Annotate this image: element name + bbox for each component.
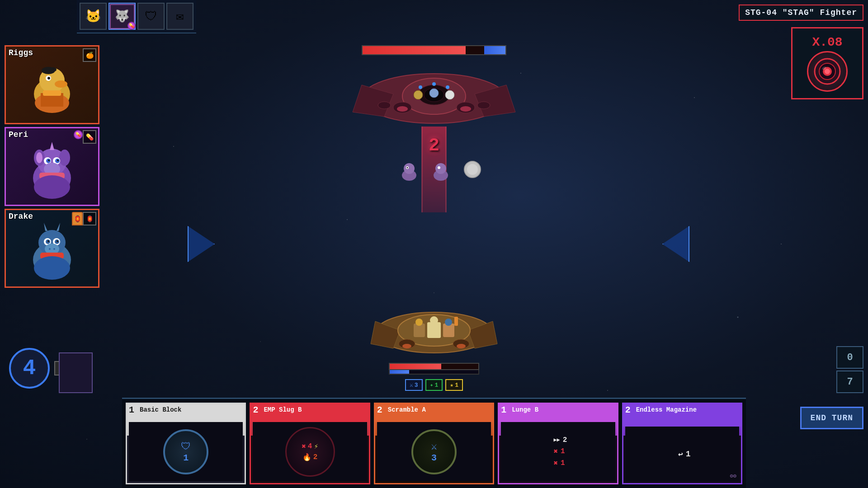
svg-point-39 (57, 240, 58, 242)
svg-point-69 (438, 166, 440, 169)
svg-point-71 (467, 164, 478, 175)
player-buffs: ⚔ 3 ✦ 1 ★ 1 (405, 379, 463, 391)
player-ship-area: ⚔ 3 ✦ 1 ★ 1 (362, 303, 506, 391)
player-health-bar (389, 363, 479, 370)
card-endless-name: Endless Magazine (636, 406, 697, 413)
character-list: Riggs 🍊 Peri (5, 45, 99, 288)
char-tab-wolf[interactable]: 🐺 💊 (108, 3, 136, 30)
svg-point-53 (378, 102, 391, 109)
svg-point-68 (435, 163, 446, 174)
char-tab-cat[interactable]: 🐱 (80, 3, 107, 30)
lunge-x2-icon: ✖ (553, 459, 558, 468)
peri-name: Peri (9, 130, 28, 139)
card-scramble-a[interactable]: 2 Scramble A ⚔ 3 (374, 403, 494, 484)
svg-point-66 (406, 167, 408, 168)
riggs-item: 🍊 (83, 48, 96, 62)
end-turn-button[interactable]: END TURN (800, 407, 863, 429)
svg-point-85 (402, 344, 411, 348)
score-bottom: 7 (836, 371, 863, 393)
svg-rect-82 (454, 317, 458, 326)
multiplier-icon (807, 51, 848, 92)
lunge-move-value: 2 (563, 436, 567, 444)
card-scramble-cost: 2 (377, 405, 382, 415)
card-endless-stats: ↩ 1 (674, 449, 691, 459)
buff-shield-icon: ✦ (430, 381, 434, 389)
emp-x-icon: ✖ (302, 442, 306, 451)
drake-name: Drake (9, 212, 33, 221)
svg-point-81 (445, 319, 452, 326)
svg-point-42 (53, 248, 55, 250)
turn-number: 4 (9, 348, 50, 389)
char-tab-mail[interactable]: ✉ (166, 3, 193, 30)
character-card-riggs[interactable]: Riggs 🍊 (5, 45, 99, 124)
svg-point-41 (49, 248, 51, 250)
svg-point-3 (825, 69, 830, 74)
svg-point-9 (47, 77, 50, 80)
buff-star-value: 1 (455, 382, 458, 389)
card-emp-slug-name: EMP Slug B (264, 406, 302, 413)
lunge-arrow-icon: ▶▶ (553, 436, 560, 443)
card-basic-block-header: 1 Basic Block (127, 404, 245, 422)
endless-extra-icon: ⚙⚙ (730, 473, 736, 479)
emp-bolt-icon: ⚡ (314, 442, 318, 451)
player-shield-bar (389, 370, 479, 375)
riggs-name: Riggs (9, 48, 33, 57)
card-basic-block-body: 🛡 1 (129, 422, 243, 481)
card-lunge-cost: 1 (501, 405, 506, 415)
endless-reload-icon: ↩ (678, 449, 683, 459)
svg-point-79 (415, 319, 423, 326)
svg-point-86 (457, 344, 466, 348)
svg-marker-17 (50, 142, 54, 150)
card-endless-cost: 2 (625, 405, 631, 415)
char-tab-shield[interactable]: 🛡 (137, 3, 165, 30)
svg-rect-14 (43, 90, 61, 96)
card-lunge-name: Lunge B (512, 406, 538, 413)
drake-item: 🏮 (83, 212, 96, 225)
card-scramble-body: ⚔ 3 (377, 422, 491, 481)
svg-point-19 (59, 150, 70, 166)
card-basic-block-circle: 🛡 1 (163, 429, 208, 474)
svg-point-29 (34, 175, 70, 199)
buff-star: ★ 1 (445, 379, 463, 391)
svg-point-58 (432, 82, 436, 86)
svg-point-60 (414, 90, 423, 99)
card-basic-block-name: Basic Block (140, 406, 181, 413)
svg-point-57 (419, 85, 422, 89)
enemy-health-bar (362, 45, 506, 55)
card-basic-block[interactable]: 1 Basic Block 🛡 1 (126, 403, 246, 484)
buff-attack-icon: ⚔ (410, 381, 413, 389)
card-endless-header: 2 Endless Magazine (623, 404, 741, 427)
lunge-x2-value: 1 (561, 459, 565, 467)
emp-fire-value: 2 (313, 453, 318, 461)
emp-x-value: 4 (308, 442, 312, 450)
enemy-multiplier-box: X.08 (791, 27, 863, 99)
score-panel: 0 7 (836, 346, 863, 393)
enemy-area (339, 45, 529, 135)
card-emp-slug-header: 2 EMP Slug B (251, 404, 368, 422)
player-health-fill (390, 364, 441, 369)
character-tabs: 🐱 🐺 💊 🛡 ✉ (77, 0, 196, 33)
card-emp-slug-b[interactable]: 2 EMP Slug B ✖ 4 ⚡ 🔥 2 (250, 403, 370, 484)
svg-point-25 (48, 160, 50, 161)
svg-marker-33 (57, 223, 60, 231)
enemy-ship (348, 58, 520, 135)
enemy-health-fill (363, 46, 466, 54)
svg-point-7 (55, 80, 67, 88)
player-ship (364, 303, 504, 362)
svg-point-38 (47, 240, 49, 242)
card-emp-slug-cost: 2 (253, 405, 258, 415)
battle-char-3 (461, 158, 484, 183)
cards-area: 1 Basic Block 🛡 1 2 EMP Slug B ✖ 4 ⚡ (122, 398, 746, 488)
score-top: 0 (836, 346, 863, 369)
svg-marker-32 (44, 223, 47, 231)
lunge-x1-value: 1 (561, 447, 565, 455)
svg-point-26 (57, 160, 59, 161)
character-card-peri[interactable]: Peri 💊 (5, 127, 99, 206)
enemy-shield-fill (484, 46, 505, 54)
small-card[interactable] (59, 352, 93, 393)
buff-attack: ⚔ 3 (405, 379, 423, 391)
character-card-drake[interactable]: Drake 🏮 (5, 209, 99, 288)
card-lunge-b[interactable]: 1 Lunge B ▶▶ 2 ✖ 1 ✖ 1 (498, 403, 618, 484)
card-endless-magazine[interactable]: 2 Endless Magazine ↩ 1 ⚙⚙ (622, 403, 742, 484)
card-scramble-name: Scramble A (388, 406, 426, 413)
